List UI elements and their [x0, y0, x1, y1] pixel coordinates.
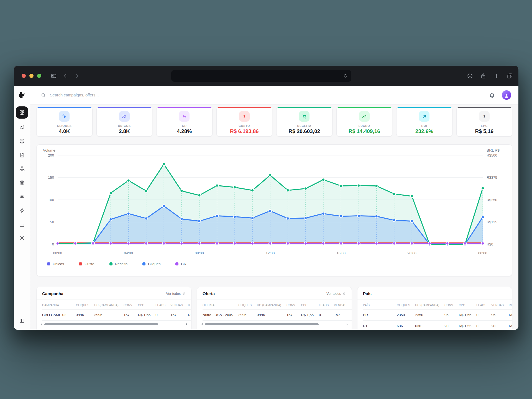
window-minimize-button[interactable] [29, 74, 34, 78]
browser-titlebar [14, 66, 518, 86]
legend-item-custo[interactable]: Custo [79, 262, 94, 266]
column-header: PAÍS [363, 300, 397, 310]
forward-icon [74, 73, 80, 79]
svg-text:R$375: R$375 [487, 175, 497, 180]
column-header: CONV. [444, 300, 459, 310]
column-header: CPC [301, 300, 319, 310]
forward-button[interactable] [74, 73, 80, 79]
svg-text:R$500: R$500 [487, 153, 497, 157]
scrollbar-track[interactable] [44, 323, 185, 325]
legend-item-receita[interactable]: Receita [109, 262, 128, 266]
sidebar-item-sitemap[interactable] [17, 163, 27, 174]
traffic-chart-svg: 0R$050R$125100R$250150R$375200R$500Volum… [39, 148, 509, 259]
lightning-icon [19, 208, 25, 213]
table-title: País [363, 291, 372, 296]
scrollbar-thumb[interactable] [205, 323, 319, 325]
kpi-value: 4.0K [59, 128, 70, 134]
kpi-card-receita: RECEITAR$ 20.603,02 [276, 107, 332, 137]
table-row[interactable]: CBO CAMP 0239963996157R$ 1,550157R [42, 310, 191, 321]
url-bar[interactable] [171, 70, 351, 82]
svg-text:16:00: 16:00 [337, 251, 346, 255]
svg-text:20:00: 20:00 [407, 251, 416, 255]
column-header: VENDAS [334, 300, 352, 310]
sidebar-item-lightning[interactable] [17, 205, 27, 216]
share-button[interactable] [480, 73, 486, 79]
cursor-click-icon [62, 114, 67, 119]
kpi-value: R$ 14.409,16 [349, 128, 380, 134]
kpi-label: CR [182, 124, 187, 127]
kpi-card-lucro: LUCROR$ 14.409,16 [336, 107, 393, 137]
table-cell: CBO CAMP 02 [42, 310, 76, 321]
table-cell: 157 [170, 310, 188, 321]
column-header: OFERTA [203, 300, 238, 310]
avatar[interactable] [502, 90, 511, 100]
table-cell: Nutra - USA - 200$ [203, 310, 238, 321]
table-row[interactable]: BR2350235095R$ 1,55095R$ 9.288,09 [363, 310, 512, 321]
sidebar-item-dashboard[interactable] [16, 106, 28, 119]
sidebar-rail [14, 86, 30, 330]
avatar-user-icon [503, 93, 510, 99]
table-card-header: OfertaVer todos [197, 287, 352, 300]
back-icon [62, 73, 68, 79]
table-cell: R$ 9.288,09 [509, 310, 512, 321]
url-input[interactable] [171, 73, 343, 78]
scrollbar-track[interactable] [204, 323, 345, 325]
scroll-left-arrow[interactable] [41, 323, 42, 325]
ver-todos-link[interactable]: Ver todos [166, 292, 186, 296]
legend-item-cr[interactable]: CR [175, 262, 186, 266]
search-input[interactable] [49, 93, 195, 98]
scrollbar-thumb[interactable] [44, 323, 158, 325]
search-icon [41, 93, 46, 98]
globe-icon [19, 180, 25, 186]
sidebar-item-settings[interactable] [17, 233, 27, 243]
kpi-label: ÚNICOS [118, 124, 131, 127]
window-close-button[interactable] [22, 74, 26, 78]
table-row[interactable]: Nutra - USA - 200$39963996157R$ 1,550157 [203, 310, 352, 321]
table-cell: R [188, 310, 191, 321]
global-search[interactable] [41, 93, 489, 98]
download-button[interactable] [467, 73, 473, 79]
window-zoom-button[interactable] [37, 74, 41, 78]
legend-swatch [79, 262, 82, 265]
header-actions [489, 90, 511, 100]
scroll-left-arrow[interactable] [201, 323, 203, 325]
table-cell: 157 [124, 310, 138, 321]
sidebar-item-file-code[interactable] [17, 150, 27, 160]
sidebar-item-link[interactable] [17, 191, 27, 202]
back-button[interactable] [62, 73, 68, 79]
column-header: LEADS [155, 300, 170, 310]
ver-todos-link[interactable]: Ver todos [326, 292, 346, 296]
horizontal-scrollbar [197, 321, 352, 325]
kpi-value: 4.28% [177, 128, 192, 134]
sidebar-collapse-button[interactable] [19, 318, 25, 324]
app-logo[interactable] [14, 86, 30, 104]
sidebar-item-target[interactable] [17, 136, 27, 146]
kpi-value: R$ 20.603,02 [288, 128, 320, 134]
new-tab-icon [493, 73, 500, 79]
kpi-row: CLIQUES4.0KÚNICOS2.8K%CR4.28%$CUSTOR$ 6.… [36, 107, 512, 137]
legend-item-cliques[interactable]: Cliques [142, 262, 160, 266]
panel-toggle-button[interactable] [51, 73, 57, 79]
table-card-header: País [357, 287, 512, 300]
dashboard-content: CLIQUES4.0KÚNICOS2.8K%CR4.28%$CUSTOR$ 6.… [30, 104, 518, 330]
kpi-label: EPC [481, 124, 488, 127]
new-tab-button[interactable] [493, 73, 500, 79]
kpi-label: RECEITA [297, 124, 311, 127]
sidebar-item-globe[interactable] [17, 177, 27, 188]
arrow-up-right-icon [422, 114, 427, 119]
scroll-right-arrow[interactable] [186, 323, 187, 325]
column-header: VENDAS [491, 300, 509, 310]
sidebar-item-bar-chart[interactable] [17, 219, 27, 229]
sidebar-item-megaphone[interactable] [17, 122, 27, 132]
column-header: RECEITA (CO [509, 300, 512, 310]
legend-item-unicos[interactable]: Únicos [47, 262, 64, 266]
scroll-right-arrow[interactable] [347, 323, 348, 325]
reload-icon[interactable] [343, 73, 348, 78]
svg-text:%: % [183, 115, 186, 118]
bell-icon[interactable] [489, 92, 495, 98]
users-icon [122, 114, 127, 119]
link-icon [19, 194, 25, 200]
tabs-overview-button[interactable] [507, 73, 513, 79]
column-header: CPC [138, 300, 156, 310]
table-row[interactable]: PT63663620R$ 1,55020R$ 3.484,10 [363, 321, 512, 330]
